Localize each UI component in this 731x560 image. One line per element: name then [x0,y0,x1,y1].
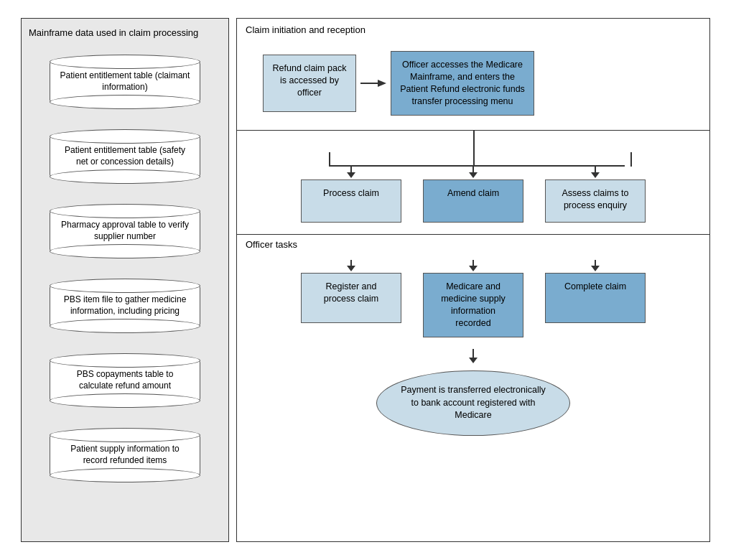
db-cylinder-3: Pharmacy approval table to verify suppli… [50,210,200,252]
arrowhead-left-1 [347,172,355,178]
diagram-container: Mainframe data used in claim processing … [14,11,717,549]
section-initiation: Refund claim pack is accessed by officer… [237,41,709,131]
officer-right-col: Complete claim [541,260,649,323]
arrowhead-right-2 [591,266,600,271]
left-panel: Mainframe data used in claim processing … [21,18,229,542]
v-branch-right [630,152,632,167]
v-line-right-1 [595,167,596,172]
db-item-6: Patient supply information to record ref… [50,434,200,476]
svg-marker-1 [378,80,386,87]
arrowhead-center-2 [469,266,478,271]
db-items-list: Patient entitlement table (claimant info… [29,50,221,487]
process-claim-box: Process claim [301,179,401,223]
register-process-box: Register and process claim [301,273,401,323]
db-item-4: PBS item file to gather medicine informa… [50,285,200,327]
v-line-from-officer [473,131,475,167]
db-item-5: PBS copayments table to calculate refund… [50,360,200,401]
db-cylinder-2: Patient entitlement table (safety net or… [50,136,200,177]
arrow-right-icon [360,78,386,88]
db-item-2: Patient entitlement table (safety net or… [50,136,200,177]
v-line-center-2 [472,260,474,266]
medicare-medicine-box: Medicare and medicine supply information… [423,273,523,337]
arrowhead-right-1 [591,172,600,178]
right-panel: Claim initiation and reception Refund cl… [236,18,710,542]
officer-left-col: Register and process claim [297,260,405,323]
right-panel-title: Claim initiation and reception [237,19,709,41]
payment-connector [237,349,709,363]
v-line-left-2 [350,260,352,266]
db-item-1: Patient entitlement table (claimant info… [50,61,200,103]
left-panel-title: Mainframe data used in claim processing [29,27,221,39]
db-cylinder-5: PBS copayments table to calculate refund… [50,360,200,401]
complete-claim-box: Complete claim [545,273,646,323]
db-cylinder-4: PBS item file to gather medicine informa… [50,285,200,327]
v-line-center-1 [472,167,474,172]
assess-claims-box: Assess claims to process enquiry [545,179,646,223]
db-cylinder-1: Patient entitlement table (claimant info… [50,61,200,103]
center-branch-col: Amend claim [419,167,527,223]
section-payment: Payment is transferred electronically to… [237,363,709,447]
left-branch-col: Process claim [297,167,405,223]
officer-center-col: Medicare and medicine supply information… [419,260,527,337]
refund-claim-box: Refund claim pack is accessed by officer [263,55,356,112]
arrow-right-1 [360,78,386,88]
v-line-to-payment [472,349,474,358]
payment-ellipse: Payment is transferred electronically to… [376,370,570,436]
section-middle: Process claim Amend claim Assess c [237,167,709,235]
db-cylinder-6: Patient supply information to record ref… [50,434,200,476]
h-branch-line [329,165,624,167]
db-item-3: Pharmacy approval table to verify suppli… [50,210,200,252]
middle-arrowheads: Process claim Amend claim Assess c [248,167,698,223]
right-branch-col: Assess claims to process enquiry [541,167,649,223]
arrowhead-center-1 [469,172,478,178]
v-line-right-2 [595,260,596,266]
arrowhead-left-2 [347,266,355,271]
branch-connector-top [237,131,709,167]
section-officer: Officer tasks Register and process claim… [237,235,709,349]
officer-accesses-box: Officer accesses the Medicare Mainframe,… [391,51,534,116]
v-line-left-1 [350,167,352,172]
officer-tasks-row: Register and process claim Medicare and … [237,254,709,349]
v-branch-left [329,152,330,167]
arrowhead-payment [469,358,478,363]
officer-tasks-title: Officer tasks [237,235,709,254]
amend-claim-box: Amend claim [423,179,523,223]
